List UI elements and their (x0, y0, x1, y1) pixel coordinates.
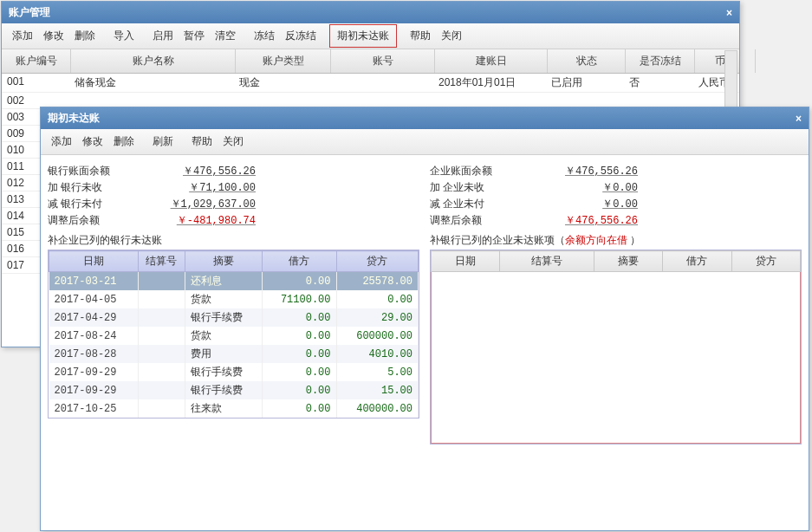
column-header[interactable]: 贷方 (731, 251, 800, 272)
toolbar-button[interactable]: 修改 (38, 26, 69, 46)
column-header[interactable]: 结算号 (500, 251, 594, 272)
column-header[interactable]: 状态 (548, 49, 626, 73)
summary-label: 减 银行未付 (48, 197, 134, 211)
column-header[interactable]: 贷方 (336, 251, 418, 272)
cell-credit: 400000.00 (336, 399, 418, 418)
cell-summary: 银行手续费 (185, 363, 263, 381)
dialog-title-bar: 期初未达账 × (41, 107, 809, 129)
summary-value: ￥-481,980.74 (134, 213, 256, 228)
cell: 储备现金 (71, 74, 236, 92)
cell-settle (138, 272, 185, 291)
summary-row: 调整后余额￥476,556.26 (430, 213, 802, 228)
cell-date: 2017-09-29 (49, 363, 139, 381)
summary-row: 加 企业未收￥0.00 (430, 180, 802, 195)
summary-row: 加 银行未收￥71,100.00 (48, 180, 419, 195)
column-header[interactable]: 结算号 (138, 251, 185, 272)
toolbar-button[interactable]: 刷新 (147, 132, 179, 152)
cell-summary: 银行手续费 (185, 381, 263, 399)
toolbar-button[interactable]: 反冻结 (280, 26, 322, 46)
cell-credit: 600000.00 (336, 327, 418, 345)
summary-value: ￥0.00 (516, 180, 638, 195)
summary-row: 企业账面余额￥476,556.26 (430, 164, 802, 178)
column-header[interactable]: 建账日 (435, 49, 548, 73)
toolbar-button[interactable]: 关闭 (436, 26, 467, 46)
toolbar-button[interactable]: 暂停 (179, 26, 210, 46)
cell-debit: 71100.00 (262, 290, 336, 308)
table-row[interactable]: 2017-10-25往来款0.00400000.00 (49, 399, 419, 418)
cell-summary: 银行手续费 (185, 308, 263, 327)
toolbar-group: 帮助关闭 (186, 132, 249, 152)
summary-value: ￥71,100.00 (134, 180, 256, 195)
toolbar-button[interactable]: 修改 (77, 132, 108, 152)
toolbar-button[interactable]: 期初未达账 (332, 26, 394, 46)
table-row[interactable]: 2017-08-28费用0.004010.00 (49, 345, 419, 363)
column-header[interactable]: 是否冻结 (626, 49, 695, 73)
column-header[interactable]: 账号 (331, 49, 435, 73)
column-header[interactable]: 借方 (262, 251, 336, 272)
cell-summary: 货款 (185, 290, 263, 308)
left-table: 日期结算号摘要借方贷方 2017-03-21还利息0.0025578.00201… (49, 250, 419, 418)
summary-value: ￥476,556.26 (134, 164, 256, 178)
cell-settle (138, 363, 185, 381)
column-header[interactable]: 日期 (432, 251, 500, 272)
main-title: 账户管理 (9, 5, 50, 20)
cell-debit: 0.00 (262, 272, 336, 291)
toolbar-group: 期初未达账 (329, 24, 397, 48)
toolbar-button[interactable]: 帮助 (186, 132, 218, 152)
main-grid-header: 账户编号账户名称账户类型账号建账日状态是否冻结币种 (2, 49, 739, 74)
close-icon[interactable]: × (726, 7, 732, 19)
dialog-window: 期初未达账 × 添加修改删除刷新帮助关闭 银行账面余额￥476,556.26加 … (40, 107, 809, 531)
summary-label: 加 企业未收 (430, 180, 516, 195)
column-header[interactable]: 借方 (663, 251, 731, 272)
toolbar-button[interactable]: 导入 (108, 26, 140, 46)
toolbar-button[interactable]: 删除 (69, 26, 101, 46)
table-row[interactable]: 2017-09-29银行手续费0.0015.00 (49, 381, 419, 399)
summary-label: 加 银行未收 (48, 180, 134, 195)
cell-date: 2017-10-25 (49, 399, 139, 418)
toolbar-button[interactable]: 帮助 (405, 26, 436, 46)
cell-debit: 0.00 (262, 327, 336, 345)
column-header[interactable]: 账户名称 (71, 49, 236, 73)
cell-settle (138, 327, 185, 345)
column-header[interactable]: 账户编号 (2, 49, 71, 73)
cell-debit: 0.00 (262, 308, 336, 327)
table-row[interactable]: 2017-08-24货款0.00600000.00 (49, 327, 419, 345)
toolbar-button[interactable]: 清空 (210, 26, 241, 46)
cell (331, 74, 435, 92)
toolbar-group: 帮助关闭 (405, 26, 467, 46)
main-toolbar: 添加修改删除导入启用暂停清空冻结反冻结期初未达账帮助关闭 (2, 23, 739, 49)
toolbar-group: 刷新 (147, 132, 179, 152)
toolbar-button[interactable]: 添加 (46, 132, 77, 152)
toolbar-group: 启用暂停清空 (147, 26, 241, 46)
left-summary: 银行账面余额￥476,556.26加 银行未收￥71,100.00减 银行未付￥… (48, 164, 419, 228)
summary-row: 银行账面余额￥476,556.26 (48, 164, 419, 178)
toolbar-button[interactable]: 添加 (7, 26, 38, 46)
cell-settle (138, 399, 185, 418)
cell-credit: 4010.00 (336, 345, 418, 363)
table-row[interactable]: 2017-03-21还利息0.0025578.00 (49, 272, 419, 291)
cell-summary: 货款 (185, 327, 263, 345)
summary-row: 减 银行未付￥1,029,637.00 (48, 197, 419, 211)
toolbar-button[interactable]: 冻结 (249, 26, 280, 46)
cell-settle (138, 290, 185, 308)
cell-debit: 0.00 (262, 399, 336, 418)
table-row[interactable]: 2017-04-05货款71100.000.00 (49, 290, 419, 308)
table-row[interactable]: 001储备现金现金2018年01月01日已启用否人民币 (2, 74, 739, 93)
toolbar-button[interactable]: 删除 (108, 132, 140, 152)
table-row[interactable]: 2017-04-29银行手续费0.0029.00 (49, 308, 419, 327)
toolbar-button[interactable]: 关闭 (218, 132, 249, 152)
column-header[interactable]: 日期 (49, 251, 139, 272)
column-header[interactable]: 账户类型 (236, 49, 331, 73)
summary-row: 减 企业未付￥0.00 (430, 197, 802, 211)
toolbar-group: 添加修改删除 (7, 26, 101, 46)
column-header[interactable]: 摘要 (594, 251, 662, 272)
cell-settle (138, 308, 185, 327)
close-icon[interactable]: × (796, 113, 802, 125)
cell-summary: 费用 (185, 345, 263, 363)
cell-debit: 0.00 (262, 381, 336, 399)
column-header[interactable]: 摘要 (185, 251, 263, 272)
toolbar-group: 添加修改删除 (46, 132, 140, 152)
table-row[interactable]: 2017-09-29银行手续费0.005.00 (49, 363, 419, 381)
toolbar-button[interactable]: 启用 (147, 26, 179, 46)
summary-value: ￥1,029,637.00 (134, 197, 256, 211)
